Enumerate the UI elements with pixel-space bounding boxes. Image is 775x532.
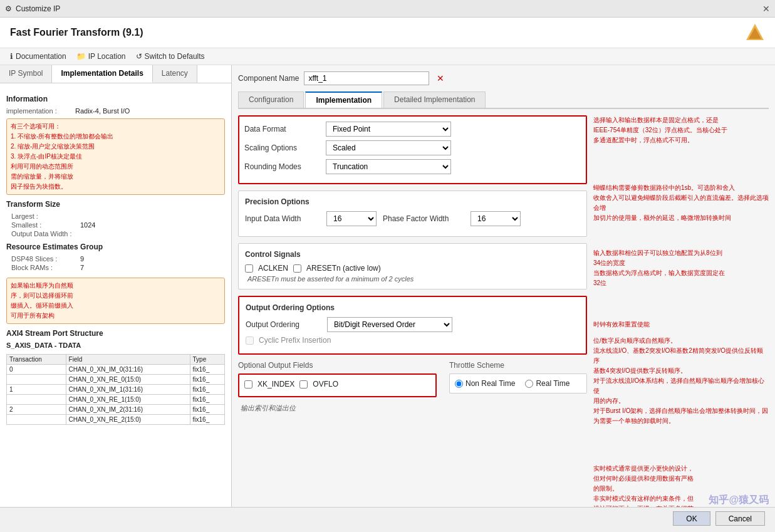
table-row: 1 CHAN_0_XN_IM_1(31:16) fix16_ [7,385,225,395]
component-name-input[interactable] [304,71,429,85]
optional-output-section: Optional Output Fields XK_INDEX OVFLO 输出… [238,361,587,413]
table-row: 0 CHAN_0_XN_IM_0(31:16) fix16_ [7,365,225,375]
throttle-inner: Non Real Time Real Time [449,373,587,394]
input-data-width-select[interactable]: 16 812243234 [326,211,377,226]
left-panel: IP Symbol Implementation Details Latency… [0,65,232,507]
tab-implementation-details[interactable]: Implementation Details [52,65,152,83]
documentation-button[interactable]: ℹ Documentation [10,52,66,61]
app-header: Fast Fourier Transform (9.1) [0,18,775,48]
tab-ip-symbol[interactable]: IP Symbol [0,65,52,83]
output-fields-inner: XK_INDEX OVFLO [238,373,437,397]
aclken-checkbox[interactable] [245,264,253,273]
axi4-table-container: Transaction Field Type 0 CHAN_0_XN_IM_0(… [6,354,225,425]
tab-latency[interactable]: Latency [153,65,197,83]
non-real-time-label[interactable]: Non Real Time [455,379,515,388]
app-title: Fast Fourier Transform (9.1) [10,27,143,38]
component-close-button[interactable]: ✕ [437,73,444,83]
cn-scaling-note: 蝴蝶结构需要修剪数据路径中的1sb。可选阶和舍入 收敛舍入可以避免蝴蝶阶段后截断… [593,183,769,223]
output-ordering-select[interactable]: Bit/Digit Reversed Order Natural Order [327,317,452,332]
precision-section: Precision Options Input Data Width 16 81… [238,190,587,237]
title-bar: ⚙ Customize IP ✕ [0,0,775,18]
axi4-label: S_AXIS_DATA - TDATA [6,342,225,349]
control-signals-title: Control Signals [245,250,580,259]
refresh-icon: ↺ [136,52,142,61]
right-tabs: Configuration Implementation Detailed Im… [238,91,769,109]
table-row: 2 CHAN_0_XN_IM_2(31:16) fix16_ [7,405,225,415]
form-area: Data Format Fixed Point Floating Point S… [238,115,587,507]
cancel-button[interactable]: Cancel [715,511,765,526]
component-name-row: Component Name ✕ [238,71,769,85]
output-ordering-section: Output Ordering Options Output Ordering … [238,296,587,355]
xk-index-checkbox[interactable] [244,380,252,389]
tab-configuration[interactable]: Configuration [238,91,304,108]
dsp48-row: DSP48 Slices : 9 [6,255,225,263]
non-real-time-radio[interactable] [455,380,463,388]
axi4-table: Transaction Field Type 0 CHAN_0_XN_IM_0(… [6,354,225,425]
xk-index-row: XK_INDEX OVFLO [244,380,430,389]
main-content: IP Symbol Implementation Details Latency… [0,65,775,507]
right-panel: Component Name ✕ Configuration Implement… [232,65,775,507]
ordering-annotation: 如果输出顺序为自然顺 序，则可以选择循环前 缀插入。循环前缀插入 可用于所有架构 [6,278,225,324]
ok-button[interactable]: OK [673,511,710,526]
rounding-modes-row: Rounding Modes Truncation Convergent Rou… [244,159,581,174]
xilinx-logo [745,23,765,43]
largest-row: Largest : [6,212,225,220]
close-button[interactable]: ✕ [762,4,770,14]
implementation-row: implementation : Radix-4, Burst I/O [6,107,225,115]
cn-data-format-note: 选择输入和输出数据样本是固定点格式，还是 IEEE-754单精度（32位）浮点格… [593,115,769,145]
resource-estimates-title: Resource Estimates Group [6,243,225,251]
table-row: CHAN_0_XN_RE_0(15:0) fix16_ [7,375,225,385]
cn-ordering-note: 位/数字反向顺序或自然顺序。 流水线流I/O、基数2突发I/O和基数2精简突发I… [593,336,769,426]
precision-title: Precision Options [245,197,580,206]
switch-to-defaults-button[interactable]: ↺ Switch to Defaults [136,52,205,61]
scaling-annotation: 有三个选项可用： 1. 不缩放-所有整数位的增加都会输出 2. 缩放-用户定义缩… [6,118,225,195]
data-format-select[interactable]: Fixed Point Floating Point [326,122,451,137]
scaling-options-select[interactable]: Unscaled Scaled Block Floating Point [326,140,451,155]
table-row: CHAN_0_XN_RE_2(15:0) fix16_ [7,415,225,425]
aresetn-checkbox[interactable] [293,264,301,273]
phase-factor-width-select[interactable]: 16 812243234 [471,211,521,226]
throttle-radio-row: Non Real Time Real Time [455,379,581,388]
block-rams-row: Block RAMs : 7 [6,264,225,271]
real-time-radio[interactable] [525,380,533,388]
col-type: Type [190,355,224,365]
tab-detailed-implementation[interactable]: Detailed Implementation [383,91,486,108]
col-field: Field [66,355,190,365]
throttle-box: Throttle Scheme Non Real Time Real Time [449,361,587,400]
left-tabs: IP Symbol Implementation Details Latency [0,65,231,83]
folder-icon: 📁 [76,52,86,61]
cn-annotations: 选择输入和输出数据样本是固定点格式，还是 IEEE-754单精度（32位）浮点格… [593,115,769,507]
data-format-row: Data Format Fixed Point Floating Point [244,122,581,137]
table-row: CHAN_0_XN_RE_1(15:0) fix16_ [7,395,225,405]
axi4-title: AXI4 Stream Port Structure [6,329,225,338]
ip-location-button[interactable]: 📁 IP Location [76,52,126,61]
transform-size-title: Transform Size [6,200,225,209]
app-icon: ⚙ [5,4,12,13]
cyclic-prefix-row: Cyclic Prefix Insertion [246,336,580,345]
tab-implementation[interactable]: Implementation [305,91,382,108]
aclken-row: ACLKEN ARESETn (active low) [245,264,580,273]
output-data-width-row: Output Data Width : [6,230,225,237]
rounding-modes-select[interactable]: Truncation Convergent Rounding [326,159,451,174]
title-bar-text: Customize IP [16,4,60,13]
optional-output-title: Optional Output Fields [238,361,437,370]
left-panel-body: Information implementation : Radix-4, Bu… [0,83,231,431]
cn-precision-note: 输入数据和相位因子可以独立地配置为从8位到 34位的宽度 当数据格式为浮点格式时… [593,248,769,288]
control-signals-section: Control Signals ACLKEN ARESETn (active l… [238,243,587,289]
toolbar: ℹ Documentation 📁 IP Location ↺ Switch t… [0,48,775,65]
precision-row: Input Data Width 16 812243234 Phase Fact… [245,211,580,226]
implementation-content: Data Format Fixed Point Floating Point S… [238,115,769,507]
data-format-section: Data Format Fixed Point Floating Point S… [238,115,587,184]
real-time-label[interactable]: Real Time [525,379,570,388]
output-fields-box: Optional Output Fields XK_INDEX OVFLO 输出… [238,361,437,413]
col-transaction: Transaction [7,355,66,365]
smallest-row: Smallest : 1024 [6,221,225,229]
info-icon: ℹ [10,52,13,61]
ovflo-checkbox[interactable] [299,380,308,389]
aresetn-note: ARESETn must be asserted for a minimum o… [245,275,580,283]
output-ordering-title: Output Ordering Options [246,303,580,312]
information-title: Information [6,95,225,103]
cyclic-prefix-checkbox[interactable] [246,336,254,345]
scaling-options-row: Scaling Options Unscaled Scaled Block Fl… [244,140,581,155]
throttle-title: Throttle Scheme [449,361,587,370]
